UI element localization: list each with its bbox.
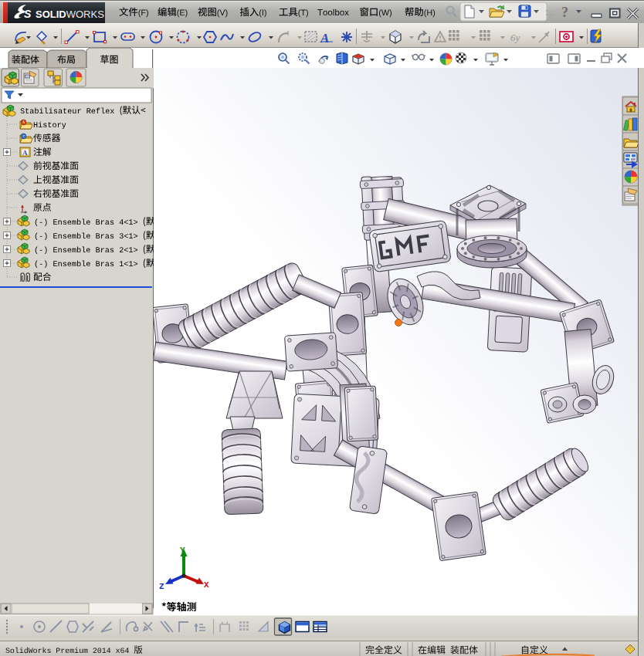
svg-text:A: A bbox=[22, 149, 28, 157]
svg-text:A: A bbox=[320, 31, 329, 46]
svg-text::..: :.. bbox=[545, 7, 554, 18]
svg-text:?: ? bbox=[561, 5, 568, 20]
svg-text:+: + bbox=[544, 31, 548, 39]
svg-text:6y: 6y bbox=[510, 32, 520, 43]
svg-text:Y: Y bbox=[180, 546, 185, 555]
svg-text:X: X bbox=[204, 580, 209, 590]
svg-text:Z: Z bbox=[159, 582, 164, 591]
